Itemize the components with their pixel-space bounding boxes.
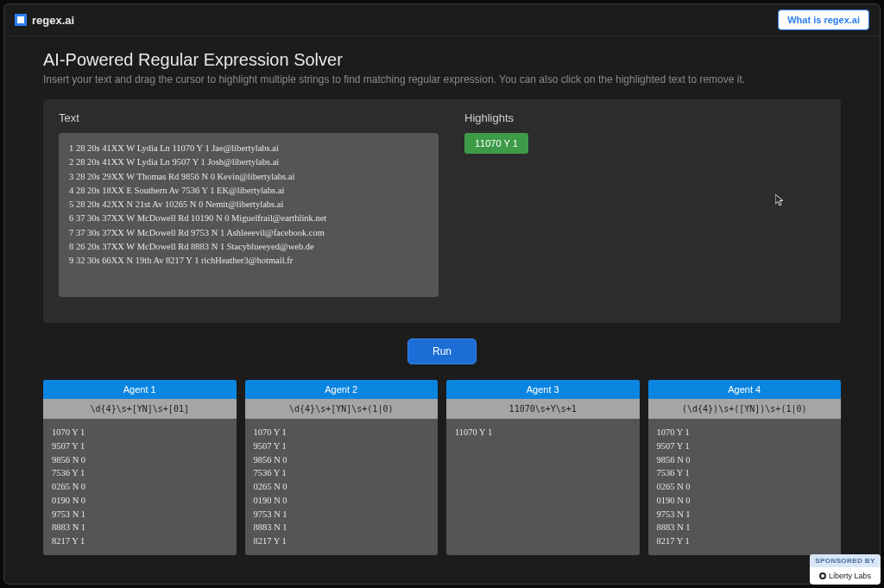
highlights-column: Highlights 11070 Y 1 <box>464 111 825 297</box>
content: AI-Powered Regular Expression Solver Ins… <box>4 36 880 584</box>
agent-result-row: 9856 N 0 <box>657 453 833 467</box>
agents-grid: Agent 1\d{4}\s+[YN]\s+[01]1070 Y 19507 Y… <box>43 380 841 555</box>
agent-panel: Agent 4(\d{4})\s+([YN])\s+(1|0)1070 Y 19… <box>648 380 842 555</box>
agent-result-row: 0265 N 0 <box>254 480 430 494</box>
agent-result-row: 9507 Y 1 <box>52 439 228 453</box>
agent-panel: Agent 2\d{4}\s+[YN]\s+(1|0)1070 Y 19507 … <box>245 380 439 555</box>
topbar: regex.ai What is regex.ai <box>4 4 880 36</box>
agent-result-row: 0265 N 0 <box>657 480 833 494</box>
agent-result-row: 8217 Y 1 <box>657 534 833 548</box>
agent-results: 1070 Y 19507 Y 19856 N 07536 Y 10265 N 0… <box>648 419 842 555</box>
page-title: AI-Powered Regular Expression Solver <box>43 50 841 70</box>
highlights-chips: 11070 Y 1 <box>464 133 825 154</box>
text-column: Text 1 28 20s 41XX W Lydia Ln 11070 Y 1 … <box>59 111 439 297</box>
agent-result-row: 0190 N 0 <box>657 494 833 508</box>
agent-header: Agent 1 <box>43 380 237 399</box>
highlights-label: Highlights <box>464 111 825 124</box>
sponsor-name: Liberty Labs <box>829 572 871 580</box>
agent-result-row: 0190 N 0 <box>254 494 430 508</box>
agent-result-row: 9507 Y 1 <box>254 439 430 453</box>
app-frame: regex.ai What is regex.ai AI-Powered Reg… <box>3 3 881 585</box>
what-is-button[interactable]: What is regex.ai <box>778 9 869 30</box>
agent-regex[interactable]: \d{4}\s+[YN]\s+[01] <box>43 399 237 419</box>
agent-result-row: 8883 N 1 <box>254 521 430 534</box>
brand-icon <box>15 14 27 26</box>
text-input[interactable]: 1 28 20s 41XX W Lydia Ln 11070 Y 1 Jae@l… <box>59 133 439 297</box>
agent-regex[interactable]: \d{4}\s+[YN]\s+(1|0) <box>245 399 439 419</box>
agent-result-row: 8883 N 1 <box>52 521 228 534</box>
agent-panel: Agent 1\d{4}\s+[YN]\s+[01]1070 Y 19507 Y… <box>43 380 237 555</box>
agent-result-row: 9856 N 0 <box>52 453 228 467</box>
agent-result-row: 9753 N 1 <box>657 508 833 522</box>
agent-result-row: 8217 Y 1 <box>254 534 430 548</box>
agent-result-row: 7536 Y 1 <box>52 466 228 480</box>
agent-regex[interactable]: (\d{4})\s+([YN])\s+(1|0) <box>648 399 842 419</box>
run-button[interactable]: Run <box>407 338 477 364</box>
agent-regex[interactable]: 11070\s+Y\s+1 <box>446 399 640 419</box>
agent-result-row: 8217 Y 1 <box>52 534 228 548</box>
brand[interactable]: regex.ai <box>15 14 74 27</box>
agent-result-row: 9507 Y 1 <box>657 439 833 453</box>
agent-result-row: 11070 Y 1 <box>455 426 631 439</box>
agent-result-row: 8883 N 1 <box>657 521 833 534</box>
agent-result-row: 1070 Y 1 <box>657 426 833 439</box>
agent-result-row: 1070 Y 1 <box>254 426 430 439</box>
agent-result-row: 7536 Y 1 <box>657 466 833 480</box>
agent-results: 1070 Y 19507 Y 19856 N 07536 Y 10265 N 0… <box>245 419 439 555</box>
input-card: Text 1 28 20s 41XX W Lydia Ln 11070 Y 1 … <box>43 99 841 323</box>
agent-result-row: 1070 Y 1 <box>52 426 228 439</box>
sponsor-body: Liberty Labs <box>810 567 881 585</box>
agent-results: 1070 Y 19507 Y 19856 N 07536 Y 10265 N 0… <box>43 419 237 555</box>
agent-header: Agent 2 <box>245 380 439 399</box>
agent-result-row: 0265 N 0 <box>52 480 228 494</box>
page-subtitle: Insert your text and drag the cursor to … <box>43 73 841 85</box>
agent-result-row: 9753 N 1 <box>254 508 430 522</box>
text-label: Text <box>59 111 439 124</box>
agent-result-row: 7536 Y 1 <box>254 466 430 480</box>
highlight-chip[interactable]: 11070 Y 1 <box>464 133 528 154</box>
agent-results: 11070 Y 1 <box>446 419 640 446</box>
agent-panel: Agent 311070\s+Y\s+111070 Y 1 <box>446 380 640 555</box>
sponsor-logo-icon <box>819 572 826 579</box>
agent-header: Agent 3 <box>446 380 640 399</box>
brand-text: regex.ai <box>32 14 74 27</box>
agent-result-row: 9753 N 1 <box>52 508 228 522</box>
agent-result-row: 0190 N 0 <box>52 494 228 508</box>
sponsor-header: SPONSORED BY <box>810 554 881 567</box>
sponsor-box[interactable]: SPONSORED BY Liberty Labs <box>810 554 881 585</box>
agent-result-row: 9856 N 0 <box>254 453 430 467</box>
run-row: Run <box>43 323 841 380</box>
agent-header: Agent 4 <box>648 380 842 399</box>
